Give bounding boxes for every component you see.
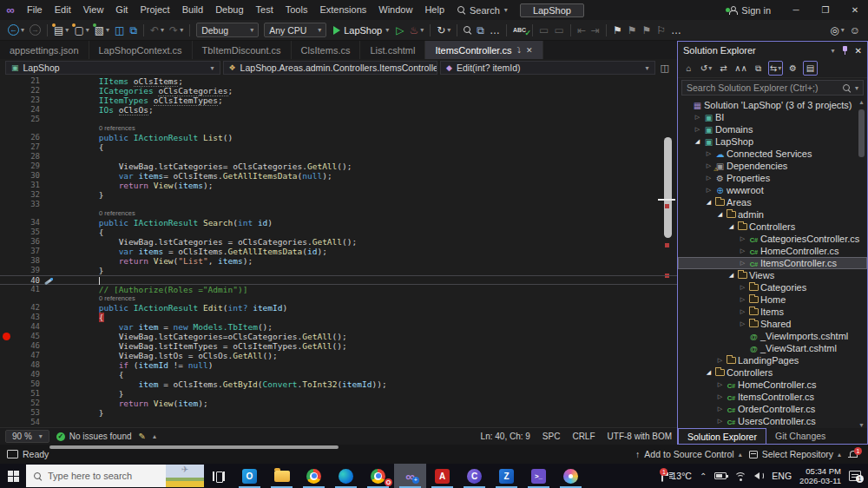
acrobat-taskbar-button[interactable]: A bbox=[426, 464, 458, 488]
breakpoint-margin[interactable] bbox=[0, 115, 14, 124]
code-line-36[interactable]: 36 ViewBag.lstCategories = oClsCategorie… bbox=[0, 237, 677, 247]
temperature-label[interactable]: 13°C bbox=[671, 471, 691, 481]
run-button[interactable]: LapShop▾ bbox=[329, 25, 393, 36]
project-dropdown[interactable]: ▣ LapShop ▾ bbox=[5, 61, 220, 75]
tree-item-lapshop[interactable]: ◢▣LapShop bbox=[678, 135, 867, 148]
spaces-indicator[interactable]: SPC bbox=[542, 432, 561, 441]
tree-item-categoriescontroller-cs[interactable]: ▷C#CategoriesController.cs bbox=[678, 233, 867, 245]
save-icon[interactable]: ◫ bbox=[112, 22, 127, 39]
code-line-37[interactable]: 37 var items = oClsItems.GetAllItemsData… bbox=[0, 247, 677, 256]
code-line-44[interactable]: 44 var item = new Models.TbItem(); bbox=[0, 322, 677, 332]
zoom-control[interactable]: 90 % ▾ bbox=[5, 430, 49, 443]
class-dropdown[interactable]: ❖ LapShop.Areas.admin.Controllers.ItemsC… bbox=[223, 61, 438, 75]
menu-window[interactable]: Window bbox=[372, 4, 418, 15]
collapsed-arrow-icon[interactable]: ▷ bbox=[704, 175, 713, 181]
code-line-40[interactable]: 40 bbox=[0, 275, 677, 285]
collapsed-arrow-icon[interactable]: ▷ bbox=[693, 126, 702, 133]
taskbar-search-box[interactable]: ✈ bbox=[26, 465, 204, 487]
code-line-33[interactable]: 33 bbox=[0, 200, 677, 209]
expanded-arrow-icon[interactable]: ◢ bbox=[727, 223, 736, 230]
collapsed-arrow-icon[interactable]: ▷ bbox=[715, 393, 725, 400]
bookmark-clear-icon[interactable]: ⚐ bbox=[654, 22, 668, 39]
breakpoint-margin[interactable] bbox=[0, 152, 14, 162]
code-line-29[interactable]: 29 ViewBag.lstCategories= oClsCategories… bbox=[0, 162, 677, 171]
collapsed-arrow-icon[interactable]: ▷ bbox=[715, 357, 725, 364]
breakpoint-margin[interactable] bbox=[0, 142, 14, 152]
code-line-51[interactable]: 51 } bbox=[0, 389, 677, 399]
expanded-arrow-icon[interactable]: ◢ bbox=[715, 211, 725, 218]
tab-itemscontroller-cs[interactable]: ItemsController.cs⤵✕ bbox=[425, 41, 542, 59]
navigate-back-icon[interactable]: ←▾ bbox=[5, 22, 27, 39]
tree-item-itemscontroller-cs[interactable]: ▷C#ItemsController.cs bbox=[678, 391, 867, 403]
menu-file[interactable]: File bbox=[21, 4, 49, 15]
breakpoint-margin[interactable] bbox=[0, 228, 14, 237]
breakpoint-margin[interactable] bbox=[0, 237, 14, 247]
maximize-button[interactable]: ❐ bbox=[812, 0, 838, 20]
member-dropdown[interactable]: ◆ Edit(int? itemId) ▾ bbox=[440, 61, 655, 75]
tree-item--viewstart-cshtml[interactable]: @_ViewStart.cshtml bbox=[678, 342, 867, 354]
comment-icon[interactable]: ▭ bbox=[536, 22, 551, 39]
tree-item--viewimports-cshtml[interactable]: @_ViewImports.cshtml bbox=[678, 330, 867, 342]
tab-appsettings-json[interactable]: appsettings.json bbox=[0, 41, 89, 59]
tree-item-filters[interactable]: ◢Filters bbox=[678, 427, 867, 428]
tree-item-properties[interactable]: ▷⚙Properties bbox=[678, 172, 867, 184]
home-icon[interactable]: ⌂ bbox=[681, 61, 696, 76]
collapsed-arrow-icon[interactable]: ▷ bbox=[715, 381, 725, 388]
code-line-52[interactable]: 52 return View(item); bbox=[0, 399, 677, 408]
code-line-47[interactable]: 47 ViewBag.lstOs = oClsOs.GetAll(); bbox=[0, 351, 677, 360]
code-line-27[interactable]: 27 { bbox=[0, 142, 677, 152]
bookmark-next-icon[interactable]: ⚑ bbox=[639, 22, 654, 39]
more-bookmark-icon[interactable]: … bbox=[668, 22, 684, 39]
split-window-icon[interactable]: ◫ bbox=[658, 63, 672, 74]
visual-studio-taskbar-button[interactable]: ∞+ bbox=[394, 464, 426, 488]
feedback-icon[interactable]: ☺ bbox=[847, 22, 863, 39]
code-editor[interactable]: 21 IItems oClsItems;22 ICategories oClsC… bbox=[0, 76, 677, 427]
breakpoint-margin[interactable] bbox=[0, 96, 14, 105]
solution-search-box[interactable]: ▾ bbox=[681, 80, 864, 96]
start-button[interactable] bbox=[0, 464, 26, 488]
menu-edit[interactable]: Edit bbox=[49, 4, 77, 15]
preview-selected-items-icon[interactable]: ▤ bbox=[803, 61, 818, 76]
code-line-34[interactable]: 34 public IActionResult Search(int id) bbox=[0, 218, 677, 228]
tree-item-items[interactable]: ▷Items bbox=[678, 306, 867, 318]
tree-item-userscontroller-cs[interactable]: ▷C#UsersController.cs bbox=[678, 415, 867, 427]
code-cleanup-icon[interactable]: ✎ bbox=[139, 432, 146, 441]
chrome-taskbar-button[interactable] bbox=[298, 464, 330, 488]
tree-item-domains[interactable]: ▷▣Domains bbox=[678, 123, 867, 135]
tree-item-shared[interactable]: ▷Shared bbox=[678, 318, 867, 330]
code-line-25[interactable]: 25 bbox=[0, 115, 677, 124]
tree-item-areas[interactable]: ◢Areas bbox=[678, 196, 867, 208]
expanded-arrow-icon[interactable]: ◢ bbox=[704, 199, 713, 206]
code-line-21[interactable]: 21 IItems oClsItems; bbox=[0, 76, 677, 86]
wifi-icon[interactable] bbox=[734, 472, 746, 481]
clock[interactable]: 05:34 PM 2026-03-11 bbox=[799, 466, 841, 485]
collapsed-arrow-icon[interactable]: ▷ bbox=[738, 235, 747, 242]
pending-changes-filter-icon[interactable]: ↺▾ bbox=[699, 61, 713, 76]
tab-list-cshtml[interactable]: List.cshtml bbox=[360, 41, 425, 59]
breakpoint-margin[interactable] bbox=[0, 379, 14, 389]
breakpoint-margin[interactable] bbox=[0, 266, 14, 275]
sync-with-active-document-icon[interactable]: ⇆▾ bbox=[768, 61, 783, 76]
opera-chrome-taskbar-button[interactable]: O bbox=[362, 464, 394, 488]
add-to-source-control-button[interactable]: ↑ Add to Source Control ▴ bbox=[635, 449, 742, 459]
code-line-43[interactable]: 43 { bbox=[0, 313, 677, 322]
breakpoint-margin[interactable] bbox=[0, 322, 14, 332]
window-position-icon[interactable]: ▾ bbox=[832, 47, 835, 55]
collapsed-arrow-icon[interactable]: ▷ bbox=[738, 247, 747, 254]
redo-icon[interactable]: ↷▾ bbox=[167, 22, 186, 39]
find-in-files-icon[interactable] bbox=[461, 22, 474, 39]
configuration-dropdown[interactable]: Debug▾ bbox=[196, 23, 259, 37]
menu-help[interactable]: Help bbox=[418, 4, 450, 15]
task-view-button[interactable] bbox=[204, 464, 233, 488]
language-indicator[interactable]: ENG bbox=[772, 471, 792, 481]
expanded-arrow-icon[interactable]: ◢ bbox=[693, 138, 702, 145]
collapsed-arrow-icon[interactable]: ▷ bbox=[693, 114, 702, 121]
code-line-28[interactable]: 28 bbox=[0, 152, 677, 162]
breakpoint-margin[interactable] bbox=[0, 399, 14, 408]
breakpoint-margin[interactable] bbox=[0, 171, 14, 181]
tab-clsitems-cs[interactable]: ClsItems.cs bbox=[292, 41, 361, 59]
tree-item-wwwroot[interactable]: ▷⊕wwwroot bbox=[678, 184, 867, 196]
codelens-references[interactable]: 0 references bbox=[0, 124, 677, 133]
collapsed-arrow-icon[interactable]: ▷ bbox=[738, 320, 747, 327]
edge-taskbar-button[interactable] bbox=[330, 464, 362, 488]
